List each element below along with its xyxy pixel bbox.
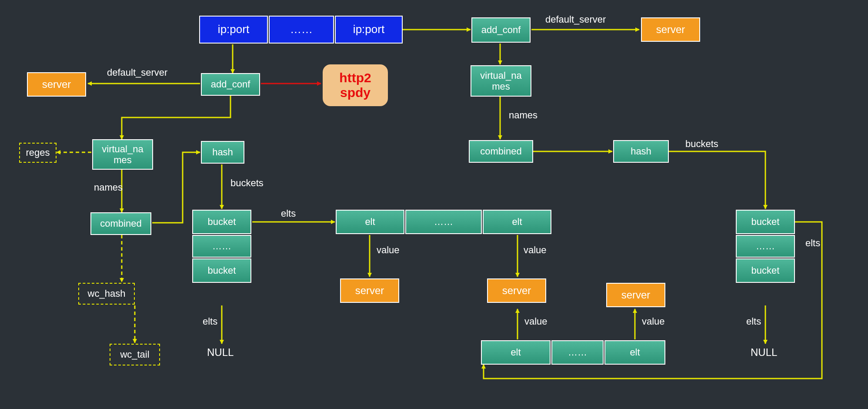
hash-left: hash	[201, 141, 244, 164]
server-mid-1: server	[340, 278, 399, 303]
label-buckets-right: buckets	[685, 138, 718, 150]
server-top-left: server	[27, 72, 86, 97]
label-default-server-left: default_server	[107, 67, 167, 78]
null-left: NULL	[207, 346, 234, 359]
virtual-names-right: virtual_na mes	[471, 65, 531, 97]
add-conf-right: add_conf	[471, 17, 531, 43]
ipport-box-dots: ……	[269, 16, 334, 44]
elt-bot-2: elt	[604, 340, 665, 365]
label-value-mid-1: value	[377, 245, 400, 256]
server-mid-2: server	[487, 278, 546, 303]
reges-box: reges	[19, 143, 57, 163]
label-default-server-right: default_server	[545, 14, 606, 25]
label-value-mid-2: value	[524, 245, 547, 256]
elt-mid-1: elt	[336, 210, 404, 234]
combined-left: combined	[90, 212, 151, 235]
bucket-left-dots: ……	[192, 235, 251, 258]
ipport-box-1: ip:port	[199, 16, 268, 44]
http2-spdy-box: http2 spdy	[323, 64, 388, 106]
ipport-box-2: ip:port	[335, 16, 403, 44]
wc-hash-box: wc_hash	[78, 283, 135, 305]
label-elts-null-right: elts	[746, 316, 761, 327]
bucket-right-2: bucket	[736, 258, 795, 283]
server-top-right: server	[641, 17, 700, 42]
add-conf-left: add_conf	[201, 73, 260, 96]
elt-bot-1: elt	[481, 340, 551, 365]
elt-mid-dots: ……	[405, 210, 482, 234]
label-names-right: names	[509, 110, 537, 121]
label-elts-left: elts	[281, 208, 296, 219]
server-bot-2: server	[606, 283, 665, 307]
label-buckets-left: buckets	[230, 178, 264, 189]
label-value-bot-2: value	[642, 316, 665, 327]
bucket-right-1: bucket	[736, 210, 795, 234]
label-value-bot-1: value	[524, 316, 548, 327]
wc-tail-box: wc_tail	[110, 344, 160, 365]
bucket-left-2: bucket	[192, 258, 251, 283]
null-right: NULL	[751, 346, 777, 359]
virtual-names-left: virtual_na mes	[92, 139, 153, 170]
bucket-right-dots: ……	[736, 235, 795, 258]
bucket-left-1: bucket	[192, 210, 251, 234]
label-names-left: names	[94, 182, 123, 193]
combined-right: combined	[469, 140, 533, 163]
elt-bot-dots: ……	[551, 340, 604, 365]
hash-right: hash	[613, 140, 669, 163]
label-elts-null-left: elts	[203, 316, 217, 327]
elt-mid-2: elt	[483, 210, 551, 234]
label-elts-right: elts	[805, 238, 820, 249]
